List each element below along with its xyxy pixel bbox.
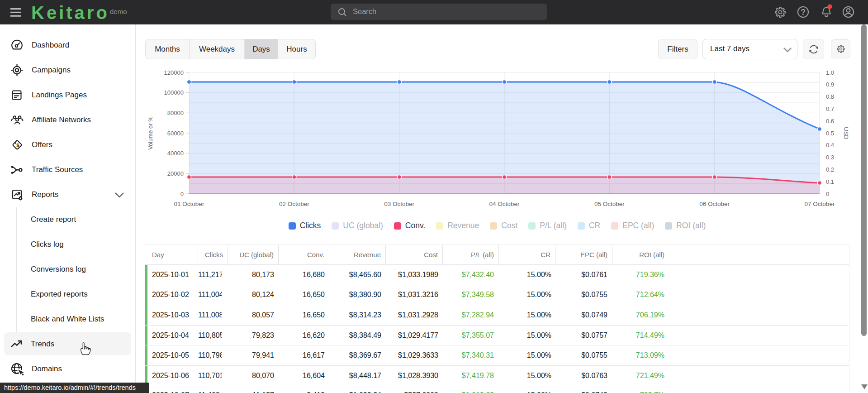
svg-text:0.4: 0.4 — [826, 142, 834, 149]
svg-text:0: 0 — [180, 191, 184, 197]
svg-text:USD: USD — [843, 127, 849, 139]
svg-text:06 October: 06 October — [699, 201, 730, 207]
svg-text:07 October: 07 October — [805, 201, 835, 207]
svg-text:02 October: 02 October — [279, 201, 309, 207]
svg-text:0.6: 0.6 — [826, 118, 834, 125]
svg-text:80000: 80000 — [167, 110, 184, 116]
svg-text:0.9: 0.9 — [826, 81, 834, 88]
svg-text:0.3: 0.3 — [826, 154, 834, 161]
svg-text:1.0: 1.0 — [826, 69, 834, 76]
svg-text:0.8: 0.8 — [826, 93, 834, 100]
svg-text:0.5: 0.5 — [826, 130, 834, 137]
svg-text:20000: 20000 — [167, 170, 184, 177]
svg-text:100000: 100000 — [164, 89, 184, 96]
svg-text:04 October: 04 October — [489, 201, 520, 207]
svg-text:40000: 40000 — [167, 150, 184, 157]
svg-text:0: 0 — [826, 191, 829, 197]
svg-text:05 October: 05 October — [594, 201, 625, 207]
svg-text:120000: 120000 — [164, 69, 184, 76]
svg-text:0.7: 0.7 — [826, 105, 834, 112]
svg-text:03 October: 03 October — [384, 201, 414, 207]
svg-text:?: ? — [801, 8, 806, 17]
svg-text:0.1: 0.1 — [826, 178, 834, 185]
svg-text:0.2: 0.2 — [826, 166, 834, 173]
svg-text:60000: 60000 — [167, 130, 184, 137]
svg-text:Volume or %: Volume or % — [147, 116, 154, 150]
svg-text:01 October: 01 October — [174, 201, 204, 207]
svg-text:$: $ — [16, 143, 19, 148]
